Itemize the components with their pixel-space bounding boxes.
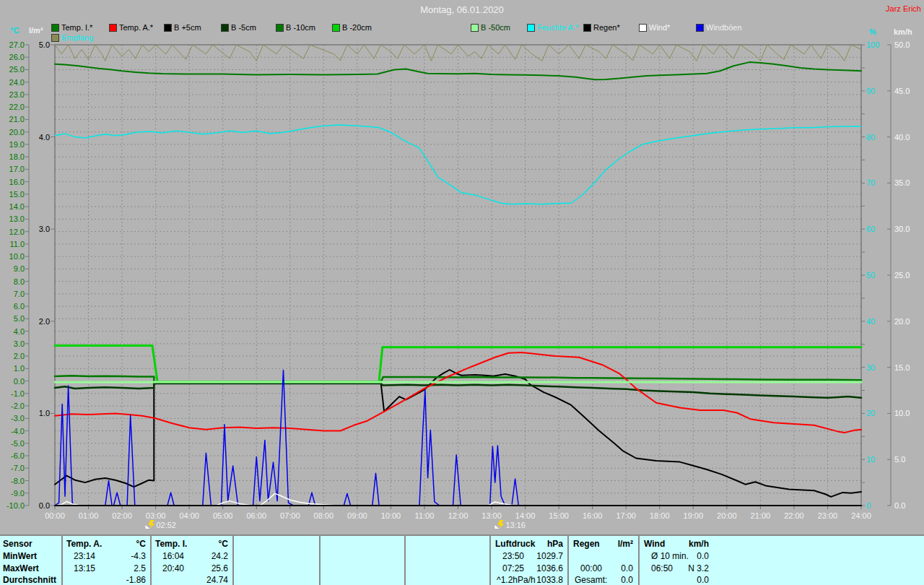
svg-text:22:00: 22:00 xyxy=(784,511,804,520)
stats-cell-value: 24.74 xyxy=(141,575,228,585)
svg-text:-8.0: -8.0 xyxy=(11,477,25,485)
svg-text:-3.0: -3.0 xyxy=(11,414,25,422)
svg-text:27.0: 27.0 xyxy=(9,40,25,49)
svg-text:-2.0: -2.0 xyxy=(11,402,25,410)
svg-text:00:00: 00:00 xyxy=(45,511,65,520)
stats-row-label: MinWert xyxy=(3,551,37,561)
stats-col-unit: °C xyxy=(59,539,146,549)
stats-cell-value: 1029.7 xyxy=(476,551,563,561)
svg-text:15.0: 15.0 xyxy=(9,190,25,199)
svg-text:14:00: 14:00 xyxy=(515,511,536,520)
svg-text:-1.0: -1.0 xyxy=(11,389,25,398)
table-column-divider xyxy=(404,536,406,585)
svg-text:50: 50 xyxy=(866,271,875,280)
svg-text:17.0: 17.0 xyxy=(9,165,25,173)
svg-text:08:00: 08:00 xyxy=(314,511,334,520)
svg-text:-5.0: -5.0 xyxy=(11,439,25,448)
svg-text:25.0: 25.0 xyxy=(894,271,910,280)
svg-text:24.0: 24.0 xyxy=(9,78,25,87)
svg-text:-10.0: -10.0 xyxy=(6,501,25,510)
svg-text:26.0: 26.0 xyxy=(9,53,25,61)
svg-text:2.0: 2.0 xyxy=(39,317,50,326)
stats-row-label: Durchschnitt xyxy=(3,575,56,585)
svg-text:60: 60 xyxy=(866,225,875,233)
svg-text:-7.0: -7.0 xyxy=(11,464,25,472)
svg-text:8.0: 8.0 xyxy=(14,277,25,286)
svg-text:10:00: 10:00 xyxy=(381,511,401,520)
stats-row-label: MaxWert xyxy=(3,563,39,573)
svg-text:07:00: 07:00 xyxy=(280,511,300,520)
table-column-divider xyxy=(319,536,321,585)
svg-text:70: 70 xyxy=(866,178,875,187)
svg-text:0: 0 xyxy=(866,501,871,510)
svg-text:80: 80 xyxy=(866,133,875,142)
svg-text:0.0: 0.0 xyxy=(14,377,25,386)
svg-text:13:00: 13:00 xyxy=(481,511,502,520)
svg-text:1.0: 1.0 xyxy=(14,364,25,373)
svg-text:13.0: 13.0 xyxy=(9,214,25,223)
stats-col-unit: l/m² xyxy=(546,539,633,549)
series-windboeen xyxy=(55,370,861,506)
stats-cell-value: 2.5 xyxy=(59,563,146,573)
weather-dashboard: Montag, 06.01.2020 Jarz Erich Temp. I.*T… xyxy=(0,0,924,585)
svg-text:10: 10 xyxy=(866,455,875,464)
svg-text:-6.0: -6.0 xyxy=(11,451,25,460)
svg-text:24:00: 24:00 xyxy=(851,511,871,520)
svg-text:10.0: 10.0 xyxy=(9,252,25,261)
svg-text:2.0: 2.0 xyxy=(14,352,25,360)
svg-text:06:00: 06:00 xyxy=(246,511,266,520)
svg-text:90: 90 xyxy=(866,87,875,95)
svg-text:20: 20 xyxy=(866,409,875,417)
stats-cell-value: 0.0 xyxy=(546,563,633,573)
svg-text:17:00: 17:00 xyxy=(616,511,636,520)
svg-text:0.0: 0.0 xyxy=(39,501,50,510)
svg-text:5.0: 5.0 xyxy=(14,314,25,323)
svg-text:25.0: 25.0 xyxy=(9,65,25,74)
svg-text:11:00: 11:00 xyxy=(415,511,435,520)
svg-text:16:00: 16:00 xyxy=(583,511,603,520)
svg-text:16.0: 16.0 xyxy=(9,178,25,186)
svg-text:0.0: 0.0 xyxy=(894,501,905,510)
svg-text:30: 30 xyxy=(866,363,875,372)
svg-text:45.0: 45.0 xyxy=(894,87,910,95)
time-marker: 13:16 xyxy=(494,520,526,529)
stats-cell-value: -1.86 xyxy=(59,575,146,585)
svg-text:03:00: 03:00 xyxy=(146,511,166,520)
svg-text:18:00: 18:00 xyxy=(650,511,670,520)
svg-text:9.0: 9.0 xyxy=(14,264,25,273)
svg-text:7.0: 7.0 xyxy=(14,290,25,298)
svg-text:14.0: 14.0 xyxy=(9,202,25,211)
svg-text:21.0: 21.0 xyxy=(9,115,25,124)
svg-text:1.0: 1.0 xyxy=(39,409,50,417)
svg-text:100: 100 xyxy=(866,40,879,49)
stats-row-label: Sensor xyxy=(3,539,32,549)
stats-cell-value: 0.0 xyxy=(622,575,709,585)
time-marker: 02:52 xyxy=(145,520,176,529)
svg-text:23:00: 23:00 xyxy=(818,511,838,520)
svg-text:20.0: 20.0 xyxy=(9,128,25,136)
table-column-divider xyxy=(232,536,234,585)
lightning-icon xyxy=(497,520,504,529)
chart-canvas[interactable]: 27.026.025.024.023.022.021.020.019.018.0… xyxy=(0,0,924,534)
stats-cell-value: 0.0 xyxy=(622,551,709,561)
marker-time-label: 13:16 xyxy=(505,521,526,529)
svg-text:11.0: 11.0 xyxy=(9,240,25,248)
svg-text:-9.0: -9.0 xyxy=(11,489,25,498)
marker-flag-icon xyxy=(494,525,499,529)
stats-cell-value: 25.6 xyxy=(141,563,228,573)
svg-text:40.0: 40.0 xyxy=(894,133,910,142)
svg-text:4.0: 4.0 xyxy=(14,327,25,336)
svg-text:19:00: 19:00 xyxy=(684,511,704,520)
stats-cell-value: -4.3 xyxy=(59,551,146,561)
svg-text:20:00: 20:00 xyxy=(717,511,737,520)
svg-text:01:00: 01:00 xyxy=(79,511,99,520)
stats-cell-value: N 3.2 xyxy=(622,563,709,573)
stats-cell-value: 0.0 xyxy=(546,575,633,585)
svg-text:10.0: 10.0 xyxy=(894,409,910,417)
svg-text:04:00: 04:00 xyxy=(179,511,199,520)
svg-text:05:00: 05:00 xyxy=(213,511,233,520)
svg-text:4.0: 4.0 xyxy=(39,133,50,142)
svg-text:5.0: 5.0 xyxy=(894,455,905,464)
svg-text:19.0: 19.0 xyxy=(9,140,25,149)
lightning-icon xyxy=(148,520,154,529)
